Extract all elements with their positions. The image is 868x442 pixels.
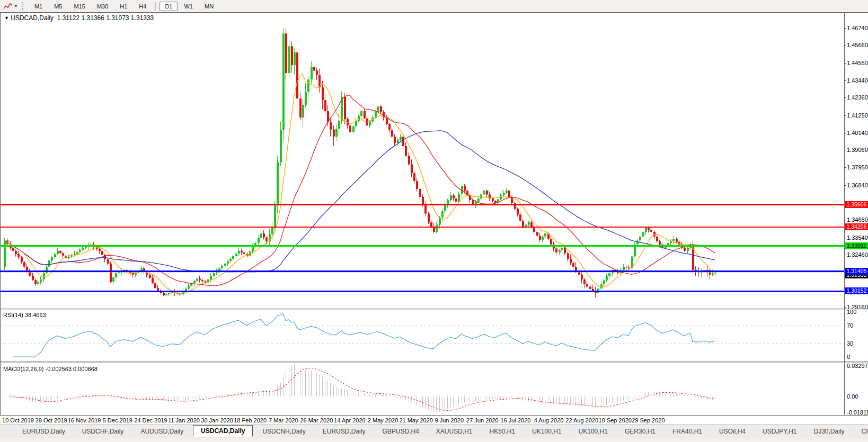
price-axis-tick: 1.39060 <box>847 147 868 153</box>
timeframe-button-d1[interactable]: D1 <box>160 2 178 11</box>
date-axis-label: 18 Feb 2020 <box>231 417 269 423</box>
timeframe-button-m30[interactable]: M30 <box>92 2 113 11</box>
date-axis-label: 9 Jun 2020 <box>430 417 468 423</box>
date-axis-label: 29 Oct 2019 <box>32 417 70 423</box>
timeframe-button-w1[interactable]: W1 <box>179 2 198 11</box>
price-axis-tick: 1.41250 <box>847 112 868 119</box>
macd-axis-label: 0.032972 <box>847 363 868 369</box>
timeframe-button-m15[interactable]: M15 <box>68 2 90 11</box>
price-axis-border <box>844 12 845 415</box>
pane-separator <box>0 310 868 310</box>
date-axis-label: 29 Sep 2020 <box>629 417 667 423</box>
price-axis-tick: 1.45660 <box>847 42 868 48</box>
tick-mark <box>844 97 846 98</box>
price-level-badge: 1.31405 <box>845 268 868 275</box>
date-axis-label: 11 Jan 2020 <box>165 417 203 423</box>
chart-tab-usdcnh-daily[interactable]: USDCNH,Daily <box>255 426 313 437</box>
price-axis-tick: 1.43440 <box>847 77 868 84</box>
rsi-axis-label: 30 <box>847 340 853 347</box>
tick-mark <box>844 28 846 29</box>
price-level-line[interactable] <box>0 204 844 205</box>
chart-tab-hk50-h1[interactable]: HK50,H1 <box>482 426 523 437</box>
tick-mark <box>844 63 846 64</box>
price-axis-tick: 1.40140 <box>847 130 868 136</box>
price-axis-tick: 1.37950 <box>847 164 868 170</box>
tick-mark <box>844 185 846 186</box>
pane-separator <box>0 363 868 363</box>
rsi-axis-label: 0 <box>847 354 850 360</box>
date-axis-label: 10 Sep 2020 <box>596 417 634 423</box>
chart-tab-dj30-daily[interactable]: DJ30,Daily <box>807 426 852 437</box>
chart-tab-ger30-h1[interactable]: GER30,H1 <box>617 426 663 437</box>
timeframe-button-m1[interactable]: M1 <box>29 2 48 11</box>
date-axis-label: 26 Mar 2020 <box>297 417 335 423</box>
tick-mark <box>844 220 846 220</box>
price-level-badge: 1.30152 <box>845 287 868 294</box>
rsi-axis-label: 70 <box>847 322 853 329</box>
date-axis-label: 16 Nov 2019 <box>65 417 103 423</box>
chart-tab-china300-h1[interactable]: CHINA300,H1 <box>854 426 868 437</box>
bottom-strip <box>0 438 868 442</box>
timeframe-buttons: M1M5M15M30H1H4D1W1MN <box>29 2 219 11</box>
chart-tab-gbpusd-h4[interactable]: GBPUSD,H4 <box>375 426 426 437</box>
chart-tab-usoil-h4[interactable]: USOil,H4 <box>712 426 753 437</box>
date-axis-label: 7 Mar 2020 <box>264 417 303 423</box>
price-chart-canvas[interactable] <box>0 13 844 415</box>
tick-mark <box>844 307 846 308</box>
price-axis-tick: 1.44550 <box>847 60 868 66</box>
date-axis-label: 5 Dec 2019 <box>99 417 137 423</box>
chart-tab-uk100-h1[interactable]: UK100,H1 <box>525 426 569 437</box>
pane-separator[interactable] <box>0 309 868 309</box>
date-axis-label: 10 Oct 2019 <box>0 417 37 423</box>
chart-tab-usdchf-daily[interactable]: USDCHF,Daily <box>75 426 131 437</box>
price-axis-tick: 1.42360 <box>847 94 868 101</box>
chart-tab-eurusd-daily[interactable]: EURUSD,Daily <box>15 426 73 437</box>
macd-label: MACD(12,26,9) -0.002563 0.000868 <box>3 366 98 372</box>
tick-mark <box>844 45 846 46</box>
chart-tab-audusd-daily[interactable]: AUDUSD,Daily <box>133 426 191 437</box>
price-level-line[interactable] <box>0 227 844 228</box>
chart-tab-eurusd-daily[interactable]: EURUSD,Daily <box>315 426 373 437</box>
mt4-terminal: { "toolbar": { "timeframes": ["M1","M5",… <box>0 0 868 442</box>
date-axis-line <box>0 415 868 416</box>
tick-mark <box>844 238 846 238</box>
rsi-label: RSI(14) 38.4663 <box>3 312 46 318</box>
timeframe-button-h1[interactable]: H1 <box>114 2 132 11</box>
date-axis-label: 30 Jan 2020 <box>198 417 236 423</box>
date-axis-label: 14 Apr 2020 <box>331 417 369 423</box>
timeframe-toolbar: ▼ M1M5M15M30H1H4D1W1MN <box>0 0 868 13</box>
date-axis-label: 24 Dec 2019 <box>131 417 170 423</box>
date-axis-label: 4 Aug 2020 <box>530 417 568 423</box>
chart-tab-usdcad-daily[interactable]: USDCAD,Daily <box>193 425 253 437</box>
chart-tab-xauusd-h1[interactable]: XAUUSD,H1 <box>429 426 480 437</box>
timeframe-button-h4[interactable]: H4 <box>134 2 152 11</box>
price-level-line[interactable] <box>0 245 844 247</box>
date-axis-label: 27 Jun 2020 <box>463 417 501 423</box>
chart-tab-fra40-h1[interactable]: FRA40,H1 <box>665 426 710 437</box>
price-level-line[interactable] <box>0 291 844 292</box>
tick-mark <box>844 150 846 150</box>
price-axis-tick: 1.46740 <box>847 25 868 31</box>
price-level-line[interactable] <box>0 270 844 272</box>
date-axis-label: 16 Jul 2020 <box>497 417 535 423</box>
price-level-badge: 1.34206 <box>845 223 868 230</box>
chart-tab-bar: EURUSD,DailyUSDCHF,DailyAUDUSD,DailyUSDC… <box>0 425 868 438</box>
toolbar-grip[interactable] <box>22 2 25 11</box>
tick-mark <box>844 255 846 255</box>
indicators-dropdown-caret-icon[interactable]: ▼ <box>14 4 18 8</box>
chart-tab-uk100-h1[interactable]: UK100,H1 <box>571 426 615 437</box>
tick-mark <box>844 167 846 168</box>
tick-mark <box>844 80 846 81</box>
timeframe-button-mn[interactable]: MN <box>199 2 219 11</box>
price-level-badge: 1.35606 <box>845 201 868 208</box>
tick-mark <box>844 133 846 133</box>
toolbar-separator <box>155 2 156 11</box>
chart-tab-usdjpy-h1[interactable]: USDJPY,H1 <box>755 426 804 437</box>
price-axis-tick: 1.36840 <box>847 182 868 188</box>
timeframe-button-m5[interactable]: M5 <box>49 2 67 11</box>
date-axis-label: 22 Aug 2020 <box>563 417 601 423</box>
tick-mark <box>844 115 846 116</box>
price-axis-tick: 1.34650 <box>847 217 868 223</box>
pane-separator[interactable] <box>0 362 868 362</box>
indicators-icon[interactable] <box>3 3 13 10</box>
